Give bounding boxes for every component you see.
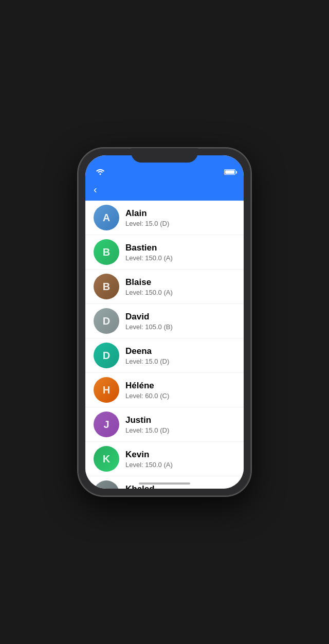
list-item[interactable]: KKevinLevel: 150.0 (A) (85, 442, 244, 476)
status-left (94, 169, 104, 175)
avatar: H (94, 377, 119, 403)
player-name: Blaise (125, 277, 173, 288)
avatar: K (94, 446, 119, 472)
player-level: Level: 60.0 (C) (125, 392, 169, 400)
back-button[interactable]: ‹ (94, 185, 99, 194)
player-level: Level: 105.0 (B) (125, 323, 173, 331)
wifi-icon (96, 169, 104, 175)
screen: ‹ AAlainLevel: 15.0 (D)BBastienLevel: 15… (85, 155, 244, 489)
player-level: Level: 150.0 (A) (125, 289, 173, 296)
list-item[interactable]: HHéléneLevel: 60.0 (C) (85, 373, 244, 407)
nav-bar: ‹ (85, 178, 244, 201)
avatar: J (94, 412, 119, 437)
avatar: A (94, 205, 119, 230)
list-item[interactable]: JJustinLevel: 15.0 (D) (85, 407, 244, 442)
player-list: AAlainLevel: 15.0 (D)BBastienLevel: 150.… (85, 201, 244, 489)
player-name: Bastien (125, 242, 173, 254)
player-level: Level: 150.0 (A) (125, 461, 173, 469)
player-name: Kevin (125, 449, 173, 460)
player-name: Alain (125, 208, 169, 219)
list-item[interactable]: DDavidLevel: 105.0 (B) (85, 304, 244, 338)
list-item[interactable]: BBlaiseLevel: 150.0 (A) (85, 270, 244, 304)
phone-shell: ‹ AAlainLevel: 15.0 (D)BBastienLevel: 15… (77, 147, 252, 497)
battery-fill (225, 170, 234, 174)
list-item[interactable]: DDeenaLevel: 15.0 (D) (85, 338, 244, 373)
list-item[interactable]: AAlainLevel: 15.0 (D) (85, 201, 244, 235)
battery-icon (224, 169, 235, 175)
avatar: K (94, 480, 119, 489)
notch (131, 148, 198, 163)
avatar: B (94, 239, 119, 265)
svg-point-0 (100, 173, 101, 175)
list-item[interactable]: BBastienLevel: 150.0 (A) (85, 235, 244, 270)
player-level: Level: 15.0 (D) (125, 220, 169, 227)
player-level: Level: 150.0 (A) (125, 254, 173, 262)
back-chevron-icon: ‹ (94, 184, 97, 194)
player-name: Justin (125, 415, 169, 426)
player-level: Level: 15.0 (D) (125, 357, 169, 365)
player-name: David (125, 311, 173, 323)
player-name: Héléne (125, 380, 169, 391)
status-right (224, 169, 235, 175)
home-indicator (139, 482, 190, 485)
player-name: Deena (125, 346, 169, 357)
player-level: Level: 15.0 (D) (125, 426, 169, 434)
avatar: D (94, 343, 119, 368)
avatar: D (94, 308, 119, 334)
avatar: B (94, 274, 119, 299)
